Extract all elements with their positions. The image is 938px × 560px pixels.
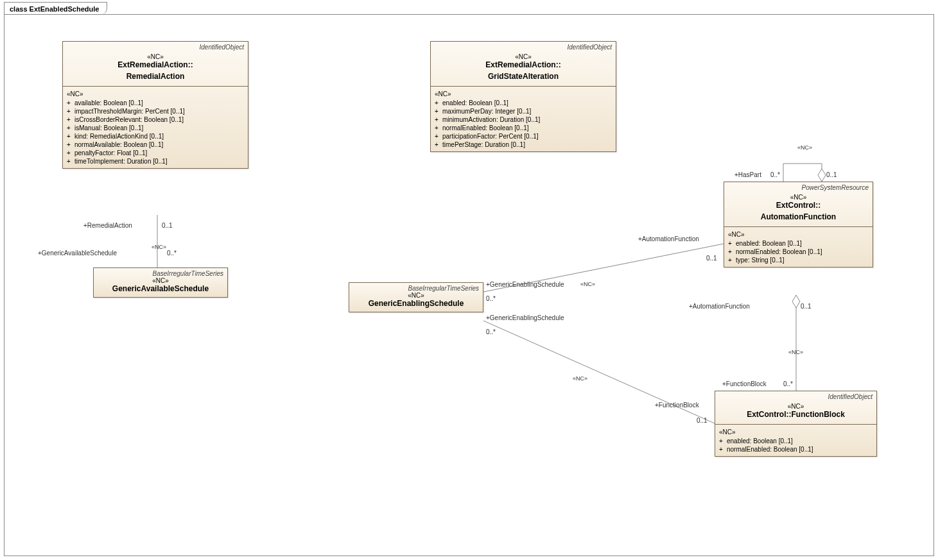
role-generic-enabling-1: +GenericEnablingSchedule — [486, 281, 564, 288]
mult-has-part: 0..* — [770, 171, 780, 178]
stereotype-assoc: «NC» — [788, 349, 803, 355]
role-generic-enabling-2: +GenericEnablingSchedule — [486, 314, 564, 321]
role-function-block-1: +FunctionBlock — [655, 402, 699, 409]
mult-function-block-2: 0..* — [783, 380, 793, 387]
mult-automation-function-2: 0..1 — [801, 303, 812, 310]
role-has-part: +HasPart — [734, 171, 761, 178]
connector-layer — [0, 0, 938, 560]
mult-has-part-other: 0..1 — [826, 171, 837, 178]
mult-remedial-action: 0..1 — [162, 222, 173, 229]
stereotype-assoc: «NC» — [152, 244, 166, 250]
diagram-canvas: class ExtEnabledSchedule IdentifiedObjec… — [0, 0, 938, 560]
mult-generic-available: 0..* — [167, 250, 177, 257]
stereotype-assoc: «NC» — [580, 281, 595, 287]
stereotype-assoc: «NC» — [797, 144, 812, 151]
aggregation-diamond-icon — [818, 169, 826, 182]
role-function-block-2: +FunctionBlock — [722, 380, 767, 387]
role-remedial-action: +RemedialAction — [83, 222, 132, 229]
assoc-autofunc-self — [783, 164, 822, 182]
role-automation-function-1: +AutomationFunction — [638, 235, 699, 242]
mult-generic-enabling-1: 0..* — [486, 295, 496, 302]
aggregation-diamond-icon — [792, 295, 800, 308]
mult-generic-enabling-2: 0..* — [486, 328, 496, 335]
mult-function-block-1: 0..1 — [697, 417, 708, 424]
mult-automation-function-1: 0..1 — [706, 255, 717, 262]
role-generic-available: +GenericAvailableSchedule — [38, 250, 117, 257]
role-automation-function-2: +AutomationFunction — [689, 303, 750, 310]
stereotype-assoc: «NC» — [573, 375, 587, 382]
